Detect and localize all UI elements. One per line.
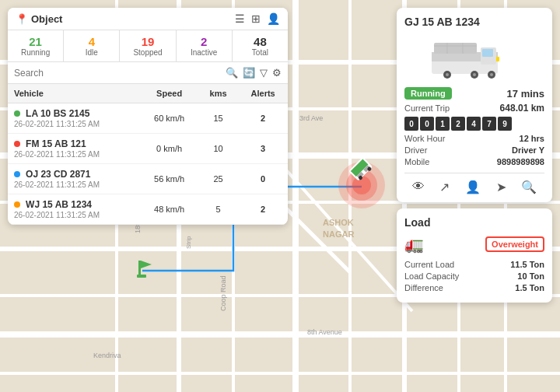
svg-rect-32 (138, 261, 141, 276)
person-icon[interactable]: 👤 (267, 12, 280, 25)
stat-idle[interactable]: 4 Idle (64, 30, 120, 61)
person-action-icon[interactable]: 👤 (465, 180, 481, 194)
search-icon[interactable]: 🔍 (226, 67, 238, 79)
svg-point-50 (446, 73, 449, 76)
running-label: Running (11, 48, 60, 57)
svg-text:8th Avenue: 8th Avenue (307, 328, 342, 336)
difference-row: Difference 1.5 Ton (404, 283, 544, 292)
current-trip-label: Current Trip (404, 103, 450, 113)
load-title: Load (404, 216, 544, 229)
main-container: 13th St 7th St 3rd Ave 8th Avenue 18th A… (0, 0, 560, 392)
table-row[interactable]: WJ 15 AB 1234 26-02-2021 11:31:25 AM 48 … (8, 194, 288, 225)
object-nav-button[interactable]: 📍 Object (16, 13, 62, 25)
location-icon: 📍 (16, 13, 28, 25)
svg-text:Kendriva: Kendriva (93, 352, 121, 359)
mobile-row: Mobile 9898989898 (404, 157, 544, 166)
table-row[interactable]: OJ 23 CD 2871 26-02-2021 11:31:25 AM 56 … (8, 164, 288, 194)
trip-duration: 17 mins (507, 88, 544, 100)
svg-text:NAGAR: NAGAR (323, 229, 354, 239)
total-label: Total (236, 48, 285, 57)
svg-rect-46 (434, 43, 477, 54)
digit-box: 0 (404, 117, 418, 131)
settings-icon[interactable]: ⚙ (272, 67, 282, 79)
table-row[interactable]: FM 15 AB 121 26-02-2021 11:31:25 AM 0 km… (8, 134, 288, 164)
stat-stopped[interactable]: 19 Stopped (120, 30, 176, 61)
current-load-label: Current Load (404, 260, 454, 269)
share-icon[interactable]: ↗ (439, 180, 450, 194)
col-speed: Speed (140, 84, 198, 103)
difference-value: 1.5 Ton (515, 283, 544, 292)
svg-point-52 (473, 73, 476, 76)
svg-text:ASHOK: ASHOK (323, 218, 354, 227)
digit-box: 2 (451, 117, 465, 131)
svg-text:Strip: Strip (185, 236, 192, 249)
work-hour-row: Work Hour 12 hrs (404, 134, 544, 143)
overweight-badge: Overweight (485, 236, 544, 252)
running-badge: Running (404, 87, 452, 100)
col-kms: kms (198, 84, 238, 103)
digit-box: 1 (436, 117, 450, 131)
stats-row: 21 Running 4 Idle 19 Stopped 2 Inactive … (8, 30, 288, 62)
mobile-value: 9898989898 (497, 157, 544, 166)
vehicle-card: GJ 15 AB 1234 (397, 8, 552, 202)
list-icon[interactable]: ☰ (235, 12, 245, 25)
left-panel: 📍 Object ☰ ⊞ 👤 21 Running 4 Idle 19 Stop… (8, 8, 288, 225)
work-hour-label: Work Hour (404, 134, 445, 143)
driver-label: Driver (404, 145, 427, 155)
load-capacity-value: 10 Ton (517, 271, 544, 281)
truck-load-icon: 🚛 (404, 235, 424, 254)
stat-inactive[interactable]: 2 Inactive (177, 30, 233, 61)
navigate-icon[interactable]: ➤ (496, 180, 506, 194)
inactive-count: 2 (180, 35, 229, 48)
current-trip-value: 648.01 km (500, 103, 544, 114)
svg-text:3rd Ave: 3rd Ave (299, 114, 323, 122)
svg-rect-34 (137, 275, 146, 278)
eye-icon[interactable]: 👁 (412, 180, 425, 194)
svg-rect-48 (482, 49, 493, 57)
load-capacity-label: Load Capacity (404, 271, 459, 281)
digit-box: 9 (498, 117, 512, 131)
col-vehicle: Vehicle (8, 84, 140, 103)
digit-box: 7 (482, 117, 496, 131)
truck-image (404, 34, 544, 81)
nav-icons: ☰ ⊞ 👤 (235, 12, 280, 25)
trip-row: Current Trip 648.01 km (404, 103, 544, 114)
total-count: 48 (236, 35, 285, 48)
table-row[interactable]: LA 10 BS 2145 26-02-2021 11:31:25 AM 60 … (8, 103, 288, 134)
trip-header: Running 17 mins (404, 87, 544, 100)
inactive-label: Inactive (180, 48, 229, 57)
right-panel: GJ 15 AB 1234 (397, 8, 552, 303)
trip-digits: 0012479 (404, 117, 544, 131)
stat-total[interactable]: 48 Total (233, 30, 288, 61)
difference-label: Difference (404, 283, 443, 292)
svg-text:Coop Road: Coop Road (219, 275, 227, 311)
refresh-icon[interactable]: 🔄 (243, 67, 255, 79)
object-label: Object (31, 13, 62, 25)
load-card: Load 🚛 Overweight Current Load 11.5 Ton … (397, 208, 552, 303)
vehicle-plate: GJ 15 AB 1234 (404, 16, 544, 28)
mobile-label: Mobile (404, 157, 429, 166)
current-load-value: 11.5 Ton (510, 260, 544, 269)
stopped-label: Stopped (123, 48, 172, 57)
driver-row: Driver Driver Y (404, 145, 544, 155)
stat-running[interactable]: 21 Running (8, 30, 64, 61)
work-hour-value: 12 hrs (520, 134, 544, 143)
idle-count: 4 (67, 35, 116, 48)
col-alerts: Alerts (238, 84, 288, 103)
action-icons: 👁 ↗ 👤 ➤ 🔍 (404, 173, 544, 194)
idle-label: Idle (67, 48, 116, 57)
search-action-icon[interactable]: 🔍 (521, 180, 537, 194)
grid-icon[interactable]: ⊞ (251, 12, 261, 25)
load-header: 🚛 Overweight (404, 235, 544, 254)
search-input[interactable] (14, 68, 221, 79)
search-row: 🔍 🔄 ▽ ⚙ (8, 62, 288, 84)
filter-icon[interactable]: ▽ (260, 67, 268, 79)
vehicle-table: Vehicle Speed kms Alerts LA 10 BS 2145 2… (8, 84, 288, 225)
current-load-row: Current Load 11.5 Ton (404, 260, 544, 269)
top-nav: 📍 Object ☰ ⊞ 👤 (8, 8, 288, 30)
load-capacity-row: Load Capacity 10 Ton (404, 271, 544, 281)
digit-box: 0 (420, 117, 434, 131)
running-count: 21 (11, 35, 60, 48)
digit-box: 4 (467, 117, 481, 131)
svg-rect-55 (496, 57, 499, 61)
